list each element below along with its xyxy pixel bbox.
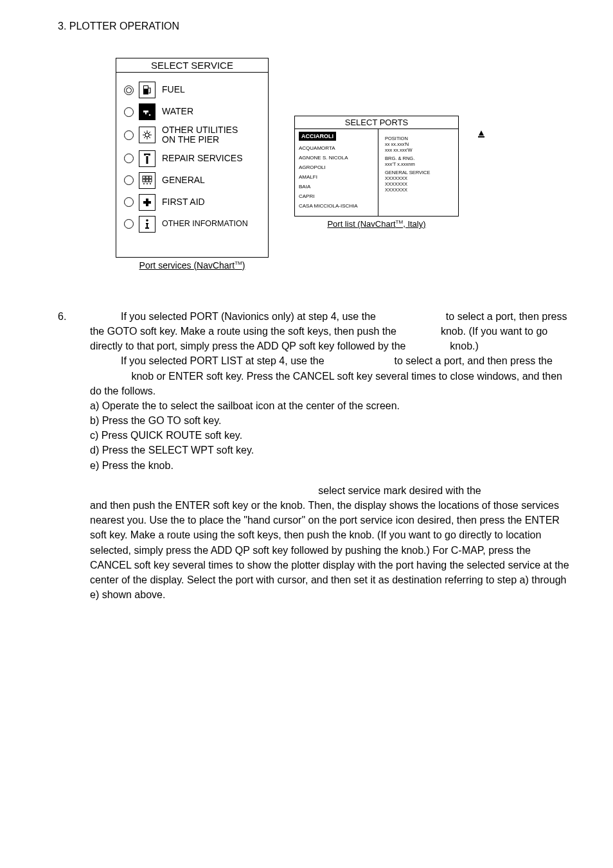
text: and then push the ENTER soft key or the …: [90, 500, 569, 600]
svg-rect-12: [146, 176, 148, 179]
port-item[interactable]: AGROPOLI: [299, 163, 374, 172]
first-aid-cross-icon: [139, 194, 155, 211]
radio-icon: [124, 197, 134, 207]
text: If you selected PORT (Navionics only) at…: [121, 311, 378, 322]
substep-e: e) Press the knob.: [90, 458, 574, 473]
step-number: 6.: [58, 309, 90, 354]
text: knob.): [447, 341, 479, 351]
select-ports-caption: Port list (NavChartTM, Italy): [294, 219, 459, 229]
select-ports-panel: SELECT PORTS ACCIAROLI ACQUAMORTA AGNONE…: [294, 116, 459, 217]
select-ports-title: SELECT PORTS: [295, 116, 458, 129]
select-service-caption: Port services (NavChartTM): [116, 260, 269, 270]
service-label: FUEL: [162, 85, 185, 94]
radio-icon: [124, 130, 134, 140]
select-service-figure: SELECT SERVICE FUEL WATE: [116, 58, 269, 270]
select-ports-figure: SELECT PORTS ACCIAROLI ACQUAMORTA AGNONE…: [294, 116, 459, 229]
port-item[interactable]: ACQUAMORTA: [299, 143, 374, 153]
select-service-title: SELECT SERVICE: [116, 58, 268, 73]
text: knob or ENTER soft key. Press the CANCEL…: [90, 371, 562, 396]
service-label: OTHER INFORMATION: [162, 220, 248, 229]
radio-icon: [124, 107, 134, 117]
port-item[interactable]: CAPRI: [299, 191, 374, 201]
svg-rect-16: [149, 179, 152, 182]
brg-line: xxx'T x.xxxnm: [385, 161, 454, 167]
svg-rect-10: [146, 155, 148, 156]
figures-row: SELECT SERVICE FUEL WATE: [116, 58, 574, 270]
radio-selected-icon: [124, 85, 134, 95]
svg-rect-1: [144, 86, 148, 89]
radio-icon: [124, 175, 134, 185]
text: select service mark desired with the: [318, 485, 481, 496]
service-row-other-info[interactable]: OTHER INFORMATION: [124, 216, 260, 233]
grid-icon: [139, 172, 155, 189]
port-item-selected[interactable]: ACCIAROLI: [299, 132, 336, 141]
svg-rect-11: [143, 176, 145, 179]
port-item[interactable]: AMALFI: [299, 172, 374, 182]
port-item[interactable]: BAIA: [299, 182, 374, 191]
text: to select a port, and then press the: [391, 355, 553, 366]
service-label: GENERAL: [162, 175, 205, 185]
service-row-utilities[interactable]: OTHER UTILITIES ON THE PIER: [124, 125, 260, 145]
brg-header: BRG. & RNG.: [385, 155, 454, 161]
water-tap-icon: [139, 103, 155, 120]
service-label: WATER: [162, 107, 193, 116]
service-label: REPAIR SERVICES: [162, 154, 243, 163]
service-line: XXXXXXX: [385, 175, 454, 181]
port-item[interactable]: AGNONE S. NICOLA: [299, 153, 374, 163]
service-row-fuel[interactable]: FUEL: [124, 82, 260, 98]
substep-b: b) Press the GO TO soft key.: [90, 413, 574, 428]
service-row-repair[interactable]: REPAIR SERVICES: [124, 150, 260, 167]
service-row-water[interactable]: WATER: [124, 103, 260, 120]
svg-point-17: [143, 183, 145, 184]
service-row-firstaid[interactable]: FIRST AID: [124, 194, 260, 211]
service-header: GENERAL SERVICE: [385, 170, 454, 175]
svg-point-18: [147, 183, 148, 184]
text: If you selected PORT LIST at step 4, use…: [121, 355, 327, 366]
svg-point-2: [149, 114, 151, 116]
service-line: XXXXXXX: [385, 187, 454, 193]
svg-point-7: [145, 133, 149, 137]
service-label: OTHER UTILITIES ON THE PIER: [162, 125, 238, 145]
position-line: xxx xx.xxx'W: [385, 147, 454, 153]
radio-icon: [124, 219, 134, 229]
svg-rect-13: [149, 176, 152, 179]
page-header: 3. PLOTTER OPERATION: [58, 21, 574, 32]
service-row-general[interactable]: GENERAL: [124, 172, 260, 189]
wrench-icon: [139, 150, 155, 167]
service-label: FIRST AID: [162, 197, 205, 207]
fuel-pump-icon: [139, 82, 155, 98]
select-service-panel: SELECT SERVICE FUEL WATE: [116, 58, 269, 258]
info-icon: [139, 216, 155, 233]
service-line: XXXXXXX: [385, 181, 454, 187]
substep-a: a) Operate the to select the sailboat ic…: [90, 398, 574, 413]
substep-d: d) Press the SELECT WPT soft key.: [90, 443, 574, 457]
position-header: POSITION: [385, 136, 454, 141]
sailboat-icon: [477, 130, 486, 139]
body-text: 6. If you selected PORT (Navionics only)…: [58, 309, 574, 603]
svg-rect-23: [478, 136, 484, 137]
ports-info: POSITION xx xx.xxx'N xxx xx.xxx'W BRG. &…: [378, 129, 458, 216]
step-6: 6. If you selected PORT (Navionics only)…: [58, 309, 574, 354]
svg-rect-15: [146, 179, 148, 182]
radio-icon: [124, 154, 134, 163]
ports-list: ACCIAROLI ACQUAMORTA AGNONE S. NICOLA AG…: [295, 129, 378, 216]
position-line: xx xx.xxx'N: [385, 141, 454, 147]
substep-c: c) Press QUICK ROUTE soft key.: [90, 428, 574, 443]
svg-rect-21: [143, 201, 151, 204]
utilities-icon: [139, 127, 155, 143]
svg-rect-14: [143, 179, 145, 182]
svg-point-19: [150, 183, 151, 184]
svg-point-22: [146, 219, 148, 222]
port-item[interactable]: CASA MICCIOLA-ISCHIA: [299, 201, 374, 211]
